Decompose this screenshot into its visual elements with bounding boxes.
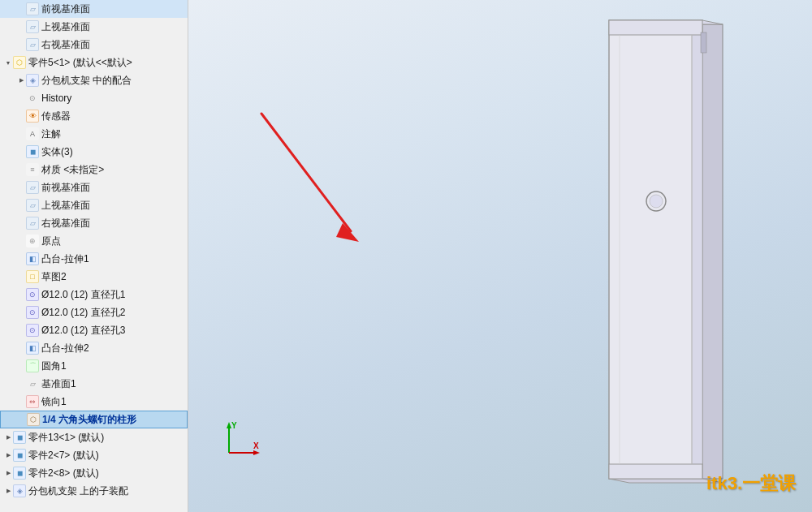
tree-icon-sketch: □ xyxy=(26,270,39,283)
expand-arrow[interactable] xyxy=(16,289,26,300)
tree-icon-ref-plane: ▱ xyxy=(26,377,39,390)
svg-text:Y: Y xyxy=(231,421,237,430)
tree-icon-part: ◼ xyxy=(13,431,26,444)
tree-label: 零件13<1> (默认) xyxy=(28,431,104,445)
red-arrow-svg xyxy=(245,97,375,260)
tree-item-hole3[interactable]: ⊙Ø12.0 (12) 直径孔3 xyxy=(0,321,188,339)
tree-item-origin[interactable]: ⊕原点 xyxy=(0,232,188,250)
tree-item-subasm2[interactable]: ▶◈分包机支架 上的子装配 xyxy=(0,482,188,500)
tree-item-top-plane-top[interactable]: ▱上视基准面 xyxy=(0,18,188,36)
expand-arrow[interactable]: ▶ xyxy=(3,450,13,461)
tree-item-history[interactable]: ⊙History xyxy=(0,89,188,107)
svg-marker-18 xyxy=(253,450,260,455)
expand-arrow[interactable] xyxy=(16,253,26,265)
tree-item-extrude1[interactable]: ◧凸台-拉伸1 xyxy=(0,250,188,268)
tree-icon-plane: ▱ xyxy=(26,181,39,194)
expand-arrow[interactable] xyxy=(16,39,26,50)
tree-icon-mate: ◈ xyxy=(26,74,39,87)
svg-rect-11 xyxy=(701,32,706,53)
expand-arrow[interactable] xyxy=(16,378,26,389)
tree-icon-material: ≡ xyxy=(26,163,39,176)
tree-icon-part: ◼ xyxy=(13,449,26,462)
expand-arrow[interactable] xyxy=(16,21,26,32)
tree-icon-assembly: ⬡ xyxy=(13,56,26,69)
tree-label: 前视基准面 xyxy=(41,2,90,16)
expand-arrow[interactable] xyxy=(16,217,26,229)
svg-point-6 xyxy=(650,195,663,208)
tree-item-part2-7[interactable]: ▶◼零件2<7> (默认) xyxy=(0,446,188,464)
tree-item-refplane1[interactable]: ▱基准面1 xyxy=(0,375,188,393)
tree-icon-origin: ⊕ xyxy=(26,234,39,247)
expand-arrow[interactable] xyxy=(16,307,26,318)
tree-item-hole1[interactable]: ⊙Ø12.0 (12) 直径孔1 xyxy=(0,286,188,303)
expand-arrow[interactable] xyxy=(16,342,26,354)
tree-icon-mirror: ⇔ xyxy=(26,395,39,408)
svg-rect-1 xyxy=(609,20,702,479)
tree-item-front-plane[interactable]: ▱前视基准面 xyxy=(0,179,188,196)
watermark: itk3.一堂课 xyxy=(706,471,796,496)
tree-label: 镜向1 xyxy=(41,395,67,409)
expand-arrow[interactable]: ▶ xyxy=(16,75,26,86)
expand-arrow[interactable] xyxy=(16,396,26,407)
tree-icon-plane: ▱ xyxy=(26,20,39,33)
tree-item-right-plane-top[interactable]: ▱右视基准面 xyxy=(0,36,188,54)
tree-item-subasm[interactable]: ▶◈分包机支架 中的配合 xyxy=(0,71,188,89)
tree-item-part5[interactable]: ▼⬡零件5<1> (默认<<默认> xyxy=(0,54,188,71)
tree-item-hole2[interactable]: ⊙Ø12.0 (12) 直径孔2 xyxy=(0,303,188,321)
tree-item-solid[interactable]: ◼实体(3) xyxy=(0,143,188,161)
svg-rect-7 xyxy=(609,20,702,35)
tree-item-part13[interactable]: ▶◼零件13<1> (默认) xyxy=(0,428,188,446)
tree-icon-hole: ⊙ xyxy=(26,288,39,301)
expand-arrow[interactable] xyxy=(16,271,26,282)
feature-tree-panel: ▱前视基准面▱上视基准面▱右视基准面▼⬡零件5<1> (默认<<默认>▶◈分包机… xyxy=(0,0,188,512)
tree-label: 零件2<8> (默认) xyxy=(28,467,99,480)
expand-arrow[interactable] xyxy=(16,182,26,193)
expand-arrow[interactable] xyxy=(17,414,27,425)
tree-label: 材质 <未指定> xyxy=(41,163,104,177)
tree-item-fillet1[interactable]: ⌒圆角1 xyxy=(0,357,188,375)
expand-arrow[interactable] xyxy=(16,110,26,122)
tree-label: 零件2<7> (默认) xyxy=(28,449,99,463)
expand-arrow[interactable] xyxy=(16,128,26,140)
tree-label: 零件5<1> (默认<<默认> xyxy=(28,56,132,70)
tree-label: 基准面1 xyxy=(41,377,76,391)
tree-item-extrude2[interactable]: ◧凸台-拉伸2 xyxy=(0,339,188,357)
tree-item-screw[interactable]: ⬡1/4 六角头螺钉的柱形 xyxy=(0,411,188,428)
tree-item-front-plane-top[interactable]: ▱前视基准面 xyxy=(0,0,188,18)
tree-item-top-plane[interactable]: ▱上视基准面 xyxy=(0,196,188,214)
tree-icon-plane: ▱ xyxy=(26,2,39,15)
tree-label: 分包机支架 上的子装配 xyxy=(28,484,128,498)
expand-arrow[interactable]: ▶ xyxy=(3,432,13,443)
tree-label: History xyxy=(41,93,71,104)
tree-item-mirror1[interactable]: ⇔镜向1 xyxy=(0,393,188,411)
expand-arrow[interactable] xyxy=(16,325,26,336)
svg-line-12 xyxy=(261,114,351,231)
tree-item-annotation[interactable]: A注解 xyxy=(0,125,188,143)
tree-item-sensor[interactable]: 👁传感器 xyxy=(0,107,188,125)
expand-arrow[interactable] xyxy=(16,235,26,247)
expand-arrow[interactable] xyxy=(16,200,26,211)
expand-arrow[interactable]: ▶ xyxy=(3,485,13,497)
tree-label: Ø12.0 (12) 直径孔1 xyxy=(41,288,125,302)
expand-arrow[interactable] xyxy=(16,360,26,372)
tree-label: 前视基准面 xyxy=(41,181,90,195)
expand-arrow[interactable]: ▼ xyxy=(3,57,13,68)
tree-item-right-plane[interactable]: ▱右视基准面 xyxy=(0,214,188,232)
tree-item-sketch2[interactable]: □草图2 xyxy=(0,268,188,286)
3d-viewport[interactable]: Y X itk3.一堂课 xyxy=(188,0,812,512)
tree-icon-screw: ⬡ xyxy=(27,413,40,426)
tree-icon-plane: ▱ xyxy=(26,217,39,230)
expand-arrow[interactable]: ▶ xyxy=(3,467,13,479)
expand-arrow[interactable] xyxy=(16,146,26,157)
expand-arrow[interactable] xyxy=(16,93,26,104)
tree-label: 凸台-拉伸2 xyxy=(41,342,89,355)
tree-icon-part: ◼ xyxy=(13,467,26,480)
tree-item-part2-8[interactable]: ▶◼零件2<8> (默认) xyxy=(0,464,188,482)
expand-arrow[interactable] xyxy=(16,3,26,15)
tree-label: Ø12.0 (12) 直径孔2 xyxy=(41,306,125,320)
tree-item-material[interactable]: ≡材质 <未指定> xyxy=(0,161,188,179)
tree-label: 上视基准面 xyxy=(41,199,90,213)
expand-arrow[interactable] xyxy=(16,164,26,175)
tree-icon-extrude: ◧ xyxy=(26,252,39,265)
svg-rect-4 xyxy=(692,20,702,479)
